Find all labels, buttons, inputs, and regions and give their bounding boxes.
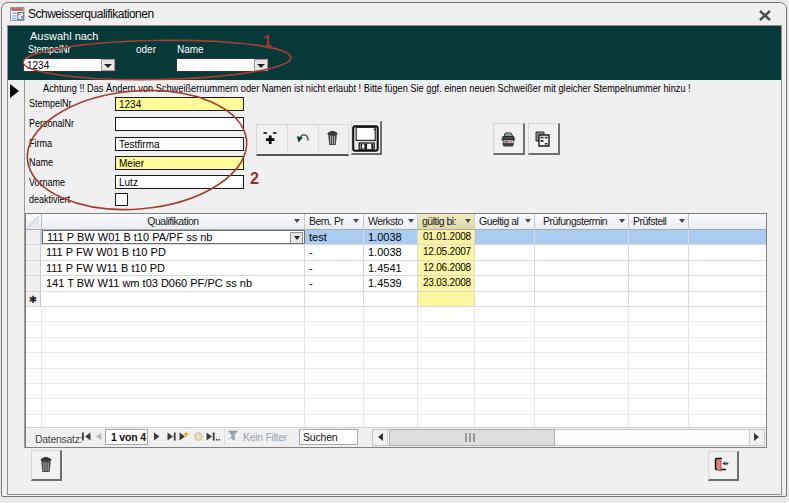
svg-text:Kein Filter: Kein Filter [243,431,288,443]
svg-text:Suchen: Suchen [303,431,338,443]
svg-text:1 von 4: 1 von 4 [111,431,146,443]
